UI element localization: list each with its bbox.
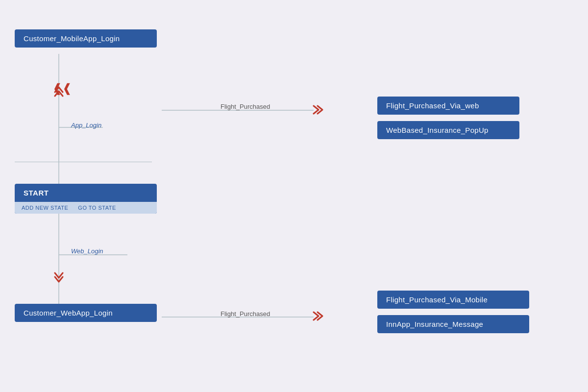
app-login-label: App_Login: [71, 122, 101, 129]
innapp-insurance-node[interactable]: InnApp_Insurance_Message: [377, 315, 529, 333]
start-label: START: [15, 184, 157, 202]
divider-line: [15, 162, 152, 162]
up-chevron-arrow: [53, 83, 65, 97]
customer-mobile-login-node[interactable]: Customer_MobileApp_Login: [15, 29, 157, 48]
flight-purchased-web-node[interactable]: Flight_Purchased_Via_web: [377, 97, 519, 115]
diagram-canvas: Customer_MobileApp_Login ❰❰ App_Login ST…: [0, 0, 588, 392]
flight-purchased-mobile-node[interactable]: Flight_Purchased_Via_Mobile: [377, 291, 529, 309]
add-new-state-button[interactable]: ADD NEW STATE: [22, 205, 68, 211]
go-to-state-button[interactable]: GO TO STATE: [78, 205, 116, 211]
web-login-label: Web_Login: [71, 247, 103, 255]
customer-webapp-login-node[interactable]: Customer_WebApp_Login: [15, 304, 157, 322]
down-chevron-arrow: [53, 272, 65, 286]
start-actions: ADD NEW STATE GO TO STATE: [15, 202, 157, 214]
flight-purchased-bottom-label: Flight_Purchased: [220, 310, 270, 318]
webbased-insurance-node[interactable]: WebBased_Insurance_PopUp: [377, 121, 519, 139]
flight-purchased-top-label: Flight_Purchased: [220, 103, 270, 110]
start-node[interactable]: START ADD NEW STATE GO TO STATE: [15, 184, 157, 214]
right-chevron-arrow-bottom: [313, 310, 326, 324]
right-chevron-arrow-top: [313, 104, 326, 118]
